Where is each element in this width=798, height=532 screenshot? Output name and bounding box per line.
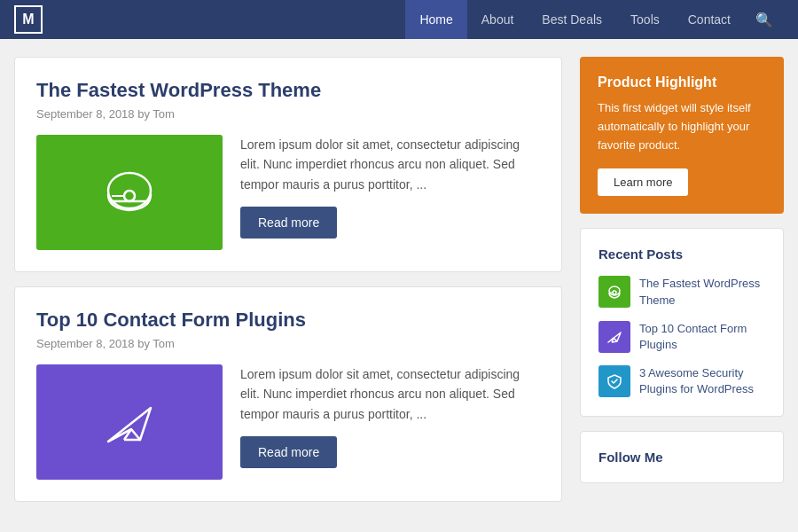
article-1-body: Lorem ipsum dolor sit amet, consectetur … [36, 135, 540, 250]
article-1-title: The Fastest WordPress Theme [36, 79, 540, 102]
svg-line-13 [612, 341, 617, 342]
highlight-title: Product Highlight [598, 74, 766, 90]
widget-recent-posts: Recent Posts The Fastest WordPress Theme [580, 228, 784, 416]
article-2-read-more[interactable]: Read more [240, 436, 337, 468]
nav-item-tools[interactable]: Tools [616, 0, 674, 39]
article-2-text-area: Lorem ipsum dolor sit amet, consectetur … [240, 364, 540, 468]
nav-item-best-deals[interactable]: Best Deals [528, 0, 616, 39]
page-layout: The Fastest WordPress Theme September 8,… [0, 39, 798, 520]
article-1-meta: September 8, 2018 by Tom [36, 107, 540, 121]
navbar: M Home About Best Deals Tools Contact 🔍 [0, 0, 798, 39]
article-2-title: Top 10 Contact Form Plugins [36, 309, 540, 332]
article-1-image [36, 135, 223, 250]
follow-title: Follow Me [598, 450, 765, 465]
nav-item-home[interactable]: Home [405, 0, 466, 39]
article-2-image [36, 364, 223, 480]
learn-more-button[interactable]: Learn more [598, 168, 688, 196]
main-content: The Fastest WordPress Theme September 8,… [14, 57, 562, 502]
article-1-excerpt: Lorem ipsum dolor sit amet, consectetur … [240, 135, 540, 194]
recent-post-3-link[interactable]: 3 Awesome Security Plugins for WordPress [639, 365, 765, 397]
recent-post-3: 3 Awesome Security Plugins for WordPress [598, 365, 765, 397]
svg-marker-4 [108, 408, 151, 442]
article-2-excerpt: Lorem ipsum dolor sit amet, consectetur … [240, 364, 540, 424]
recent-post-3-icon [598, 365, 630, 397]
highlight-text: This first widget will style itself auto… [598, 99, 766, 154]
recent-posts-title: Recent Posts [598, 246, 765, 262]
recent-post-1: The Fastest WordPress Theme [598, 276, 765, 308]
sidebar: Product Highlight This first widget will… [580, 57, 784, 502]
nav-items: Home About Best Deals Tools Contact 🔍 [405, 0, 784, 39]
svg-marker-11 [608, 332, 621, 342]
nav-item-contact[interactable]: Contact [674, 0, 745, 39]
article-2-meta: September 8, 2018 by Tom [36, 337, 540, 350]
widget-follow: Follow Me [580, 431, 784, 483]
article-2-body: Lorem ipsum dolor sit amet, consectetur … [36, 364, 540, 480]
recent-post-1-link[interactable]: The Fastest WordPress Theme [639, 276, 765, 308]
widget-highlight: Product Highlight This first widget will… [580, 57, 784, 214]
search-icon[interactable]: 🔍 [745, 12, 784, 28]
recent-post-2: Top 10 Contact Form Plugins [598, 321, 765, 353]
site-logo: M [14, 5, 43, 34]
article-1-text-area: Lorem ipsum dolor sit amet, consectetur … [240, 135, 540, 239]
article-1-read-more[interactable]: Read more [240, 207, 337, 239]
recent-post-2-icon [598, 321, 630, 353]
svg-point-2 [124, 191, 135, 201]
svg-point-9 [613, 291, 616, 294]
recent-post-2-link[interactable]: Top 10 Contact Form Plugins [639, 321, 765, 353]
article-card-2: Top 10 Contact Form Plugins September 8,… [14, 286, 562, 502]
nav-item-about[interactable]: About [467, 0, 528, 39]
recent-post-1-icon [598, 276, 630, 308]
article-card-1: The Fastest WordPress Theme September 8,… [14, 57, 562, 272]
